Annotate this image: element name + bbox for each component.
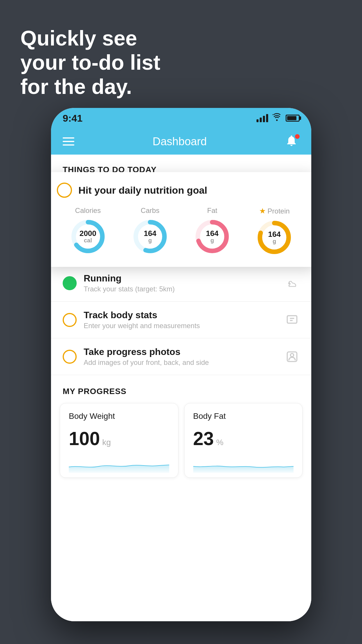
main-content: THINGS TO DO TODAY Hit your daily nutrit… — [51, 155, 311, 621]
nutrition-card: Hit your daily nutrition goal Calories 2… — [51, 172, 311, 267]
status-time: 9:41 — [63, 113, 82, 124]
calories-label: Calories — [75, 206, 101, 215]
scale-icon — [284, 312, 300, 328]
battery-icon — [286, 115, 300, 122]
todo-list: Running Track your stats (target: 5km) T… — [51, 265, 311, 375]
progress-section: MY PROGRESS Body Weight 100 kg — [51, 387, 311, 478]
nutrition-card-title: Hit your daily nutrition goal — [78, 185, 207, 196]
body-weight-card-title: Body Weight — [69, 412, 169, 421]
nutrition-circles: Calories 2000 cal Carbs — [57, 206, 305, 256]
body-stats-desc: Enter your weight and measurements — [84, 322, 277, 330]
running-checkbox[interactable] — [63, 276, 77, 290]
running-desc: Track your stats (target: 5km) — [84, 285, 277, 293]
body-fat-unit: % — [216, 438, 224, 447]
nutrition-fat: Fat 164 g — [193, 206, 231, 256]
body-fat-value: 23 — [193, 428, 214, 449]
carbs-donut: 164 g — [131, 218, 169, 256]
body-fat-chart — [193, 455, 294, 473]
notification-dot — [295, 134, 300, 139]
body-weight-value: 100 — [69, 428, 100, 449]
body-weight-chart — [69, 455, 169, 473]
todo-item-body-stats[interactable]: Track body stats Enter your weight and m… — [51, 302, 311, 338]
star-icon: ★ — [259, 206, 266, 216]
headline-line2: your to-do list — [20, 50, 160, 75]
headline-line1: Quickly see — [20, 26, 160, 50]
notification-bell-icon[interactable] — [285, 134, 300, 149]
todo-item-photos[interactable]: Take progress photos Add images of your … — [51, 338, 311, 375]
body-weight-card[interactable]: Body Weight 100 kg — [60, 403, 178, 478]
fat-label: Fat — [207, 206, 217, 215]
shoe-icon — [284, 276, 300, 291]
nutrition-protein: ★ Protein 164 g — [255, 206, 293, 256]
protein-label: Protein — [268, 207, 290, 215]
nav-title: Dashboard — [153, 135, 207, 148]
svg-point-12 — [291, 354, 294, 357]
status-bar: 9:41 — [51, 108, 311, 128]
todo-item-running[interactable]: Running Track your stats (target: 5km) — [51, 265, 311, 302]
nutrition-carbs: Carbs 164 g — [131, 206, 169, 256]
calories-donut: 2000 cal — [69, 218, 107, 256]
nav-bar: Dashboard — [51, 128, 311, 155]
signal-icon — [256, 114, 268, 122]
nutrition-checkbox[interactable] — [57, 183, 72, 198]
body-fat-card[interactable]: Body Fat 23 % — [184, 403, 303, 478]
phone-frame: 9:41 Dashboard — [51, 108, 311, 621]
headline-line3: for the day. — [20, 75, 160, 99]
photos-name: Take progress photos — [84, 346, 277, 357]
body-weight-unit: kg — [102, 438, 111, 447]
body-stats-checkbox[interactable] — [63, 313, 77, 327]
person-icon — [284, 349, 300, 364]
carbs-label: Carbs — [141, 206, 159, 215]
body-stats-name: Track body stats — [84, 310, 277, 321]
progress-cards: Body Weight 100 kg — [60, 403, 303, 478]
progress-title: MY PROGRESS — [60, 387, 303, 396]
page-headline: Quickly see your to-do list for the day. — [20, 26, 160, 99]
photos-desc: Add images of your front, back, and side — [84, 358, 277, 367]
wifi-icon — [272, 113, 282, 123]
hamburger-menu[interactable] — [63, 137, 74, 146]
fat-donut: 164 g — [193, 218, 231, 256]
status-icons — [256, 113, 300, 123]
body-fat-card-title: Body Fat — [193, 412, 294, 421]
protein-donut: 164 g — [255, 218, 293, 256]
photos-checkbox[interactable] — [63, 350, 77, 364]
running-name: Running — [84, 273, 277, 284]
svg-rect-8 — [287, 316, 297, 323]
nutrition-calories: Calories 2000 cal — [69, 206, 107, 256]
